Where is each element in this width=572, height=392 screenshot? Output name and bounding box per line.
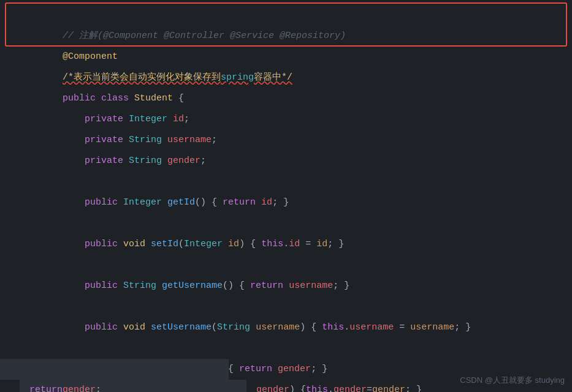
line-7	[0, 151, 572, 172]
line-4: private Integer id;	[0, 88, 572, 109]
line-12: public String getUsername() { return use…	[0, 255, 572, 276]
line-9	[0, 192, 572, 213]
line-17: public String getGender() {	[0, 359, 229, 380]
line-13	[0, 276, 572, 296]
line-content	[20, 192, 572, 213]
line-content	[20, 234, 572, 255]
line-5: private String username;	[0, 109, 572, 130]
line-15	[0, 317, 572, 338]
line-content	[20, 317, 572, 338]
watermark: CSDN @人丑就要多 studying	[460, 375, 565, 386]
line-11	[0, 234, 572, 255]
line-content	[20, 276, 572, 296]
line-16: public String getGender() { return gende…	[0, 338, 572, 359]
line-10: public void setId(Integer id) { this.id …	[0, 213, 572, 234]
inline-continuation: gender) { this.gender = gender; }	[246, 380, 422, 392]
popup-return-line: return gender;	[20, 380, 246, 392]
line-2: /*表示当前类会自动实例化对象保存到spring容器中*/	[0, 47, 572, 67]
line-3: public class Student {	[0, 67, 572, 88]
line-14: public void setUsername(String username)…	[0, 296, 572, 317]
code-editor: // 注解(@Component @Controller @Service @R…	[0, 0, 572, 392]
line-content	[20, 151, 572, 172]
line-8: public Integer getId() { return id; }	[0, 172, 572, 192]
line-0: // 注解(@Component @Controller @Service @R…	[0, 5, 572, 26]
line-1: @Component	[0, 26, 572, 47]
line-6: private String gender;	[0, 130, 572, 151]
